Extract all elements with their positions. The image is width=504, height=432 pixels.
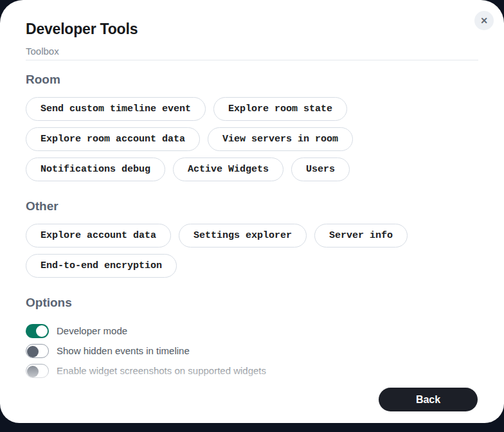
dialog-footer: Back: [379, 388, 478, 411]
room-button-group: Send custom timeline event Explore room …: [26, 97, 478, 181]
section-heading-other: Other: [26, 199, 478, 214]
settings-explorer-button[interactable]: Settings explorer: [179, 224, 307, 248]
toggle-knob: [27, 366, 39, 377]
close-icon: ✕: [480, 16, 488, 25]
section-heading-room: Room: [26, 72, 478, 87]
users-button[interactable]: Users: [291, 158, 350, 181]
end-to-end-encryption-button[interactable]: End-to-end encryption: [26, 254, 177, 278]
dialog-subtitle: Toolbox: [26, 45, 478, 58]
developer-tools-dialog: Developer Tools Toolbox Room Send custom…: [0, 0, 504, 423]
developer-mode-row: Developer mode: [26, 324, 478, 338]
developer-mode-label: Developer mode: [57, 324, 127, 338]
close-button[interactable]: ✕: [474, 11, 494, 30]
widget-screenshots-toggle[interactable]: [26, 364, 49, 378]
view-servers-in-room-button[interactable]: View servers in room: [208, 127, 353, 151]
active-widgets-button[interactable]: Active Widgets: [173, 158, 284, 181]
developer-mode-toggle[interactable]: [26, 324, 49, 338]
section-heading-options: Options: [26, 295, 478, 310]
widget-screenshots-label: Enable widget screenshots on supported w…: [57, 364, 266, 378]
server-info-button[interactable]: Server info: [314, 224, 408, 248]
explore-room-state-button[interactable]: Explore room state: [213, 97, 347, 121]
dialog-scroll-area[interactable]: Developer Tools Toolbox Room Send custom…: [0, 0, 504, 380]
divider: [26, 60, 478, 60]
send-custom-timeline-event-button[interactable]: Send custom timeline event: [26, 97, 206, 121]
show-hidden-events-toggle[interactable]: [26, 344, 49, 358]
show-hidden-events-label: Show hidden events in timeline: [57, 344, 190, 358]
toggle-knob: [36, 325, 48, 337]
dialog-title: Developer Tools: [26, 21, 478, 37]
back-button[interactable]: Back: [379, 388, 478, 411]
app-backdrop: { "dialog": { "title": "Developer Tools"…: [0, 0, 504, 432]
notifications-debug-button[interactable]: Notifications debug: [26, 158, 165, 181]
other-button-group: Explore account data Settings explorer S…: [26, 224, 478, 278]
options-toggle-list: Developer mode Show hidden events in tim…: [26, 324, 478, 378]
explore-account-data-button[interactable]: Explore account data: [26, 224, 171, 248]
explore-room-account-data-button[interactable]: Explore room account data: [26, 127, 200, 151]
widget-screenshots-row: Enable widget screenshots on supported w…: [26, 364, 478, 378]
toggle-knob: [27, 346, 39, 357]
show-hidden-events-row: Show hidden events in timeline: [26, 344, 478, 358]
